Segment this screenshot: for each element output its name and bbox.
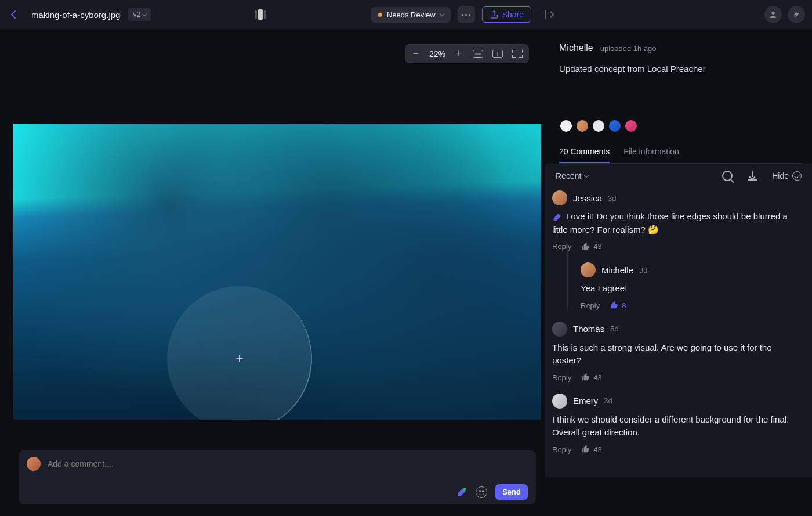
reply-thread: Michelle 3d Yea I agree! Reply 8 — [567, 259, 803, 310]
avatar[interactable] — [559, 119, 573, 133]
zoom-controls: − 22% + — [405, 44, 529, 63]
share-label: Share — [502, 10, 524, 19]
file-name: making-of-a-cyborg.jpg — [31, 10, 120, 20]
comment-input[interactable] — [48, 459, 528, 468]
fullscreen-button[interactable] — [512, 49, 523, 59]
like-count: 8 — [622, 301, 626, 310]
activity-button[interactable] — [788, 6, 805, 23]
comment-author: Emery — [573, 396, 598, 406]
toggle-sidebar-button[interactable] — [545, 9, 557, 20]
annotation-badge-icon — [552, 212, 563, 222]
status-selector[interactable]: Needs Review — [371, 7, 451, 23]
comment-author: Michelle — [601, 265, 633, 275]
fit-height-icon — [492, 50, 503, 58]
comment-item: Emery 3d I think we should consider a di… — [552, 394, 803, 454]
download-icon — [748, 171, 757, 181]
avatar[interactable] — [608, 119, 622, 133]
top-bar: making-of-a-cyborg.jpg v2 Needs Review — [0, 0, 812, 29]
svg-point-2 — [553, 218, 556, 221]
comment-timestamp: 3d — [608, 194, 616, 203]
sort-dropdown[interactable]: Recent — [556, 171, 588, 181]
avatar[interactable] — [552, 190, 567, 205]
reply-button[interactable]: Reply — [552, 373, 571, 382]
like-button[interactable]: 8 — [610, 301, 626, 310]
download-comments-button[interactable] — [748, 171, 757, 181]
comment-body: I think we should consider a different b… — [552, 413, 803, 439]
sidebar-tabs: 20 Comments File information — [559, 147, 802, 164]
status-dot-icon — [378, 13, 382, 17]
chevron-down-icon — [142, 12, 147, 16]
status-label: Needs Review — [387, 10, 436, 19]
send-button[interactable]: Send — [495, 484, 528, 500]
like-button[interactable]: 43 — [582, 242, 601, 251]
reply-button[interactable]: Reply — [552, 445, 571, 454]
comment-body: Love it! Do you think those line edges s… — [552, 210, 803, 236]
presence-avatars — [559, 119, 802, 133]
hide-resolved-button[interactable]: Hide — [772, 171, 802, 181]
lightning-icon — [792, 10, 800, 19]
current-user-avatar — [27, 457, 41, 471]
zoom-out-button[interactable]: − — [411, 48, 421, 60]
like-count: 43 — [593, 373, 601, 382]
check-circle-icon — [792, 171, 802, 181]
uploader-name: Michelle — [559, 43, 593, 53]
annotation-arc-icon — [147, 265, 332, 419]
search-comments-button[interactable] — [722, 171, 733, 181]
fit-width-icon — [473, 50, 483, 58]
comment-author: Jessica — [573, 193, 602, 203]
avatar[interactable] — [581, 262, 596, 277]
avatar[interactable] — [592, 119, 606, 133]
more-actions-button[interactable] — [458, 6, 475, 23]
svg-point-0 — [771, 12, 774, 15]
share-icon — [490, 10, 499, 19]
reply-button[interactable]: Reply — [552, 242, 571, 251]
zoom-in-button[interactable]: + — [454, 48, 464, 60]
fit-height-button[interactable] — [492, 49, 503, 59]
share-button[interactable]: Share — [482, 6, 531, 23]
comment-item: Jessica 3d Love it! Do you think those l… — [552, 190, 803, 310]
back-button[interactable] — [7, 6, 23, 23]
presence-button[interactable] — [764, 6, 782, 23]
like-count: 43 — [593, 242, 601, 251]
avatar[interactable] — [624, 119, 638, 133]
chevron-left-icon — [11, 10, 19, 19]
upload-timestamp: uploaded 1h ago — [600, 44, 657, 53]
like-button[interactable]: 43 — [582, 373, 601, 382]
comments-toolbar: Recent Hide — [545, 164, 812, 188]
right-sidebar: Michelle uploaded 1h ago Updated concept… — [545, 29, 812, 516]
image-canvas[interactable]: + — [13, 124, 541, 420]
version-selector[interactable]: v2 — [128, 8, 151, 21]
comment-item: Thomas 5d This is such a strong visual. … — [552, 322, 803, 382]
thumb-up-icon — [582, 243, 590, 251]
uploader-info: Michelle uploaded 1h ago — [559, 43, 802, 53]
tab-file-info[interactable]: File information — [624, 147, 679, 163]
fit-width-button[interactable] — [472, 49, 484, 59]
dot-icon — [469, 14, 470, 16]
compare-versions-button[interactable] — [255, 9, 270, 20]
image-viewer: − 22% + + — [0, 29, 545, 516]
compare-bar-icon — [255, 10, 257, 19]
compare-center-icon — [258, 9, 263, 20]
tab-comments[interactable]: 20 Comments — [559, 147, 610, 163]
comment-body: This is such a strong visual. Are we goi… — [552, 341, 803, 367]
main-area: − 22% + + — [0, 29, 812, 516]
fullscreen-icon — [512, 50, 523, 58]
thumb-up-icon — [582, 373, 590, 381]
comment-item: Michelle 3d Yea I agree! Reply 8 — [581, 262, 803, 310]
thumb-up-icon — [610, 301, 618, 309]
emoji-picker-button[interactable] — [476, 486, 487, 498]
annotation-marker[interactable]: + — [167, 286, 312, 420]
annotation-tool-button[interactable] — [456, 486, 467, 498]
comment-body: Yea I agree! — [581, 282, 803, 295]
canvas-area: + — [0, 29, 545, 450]
like-button[interactable]: 43 — [582, 445, 601, 454]
comments-panel: Recent Hide Je — [545, 164, 812, 477]
sort-label: Recent — [556, 171, 581, 181]
avatar[interactable] — [552, 394, 567, 409]
dot-icon — [465, 14, 467, 16]
avatar[interactable] — [552, 322, 567, 337]
zoom-level: 22% — [429, 49, 445, 59]
reply-button[interactable]: Reply — [581, 301, 600, 310]
dot-icon — [462, 14, 463, 16]
avatar[interactable] — [575, 119, 589, 133]
